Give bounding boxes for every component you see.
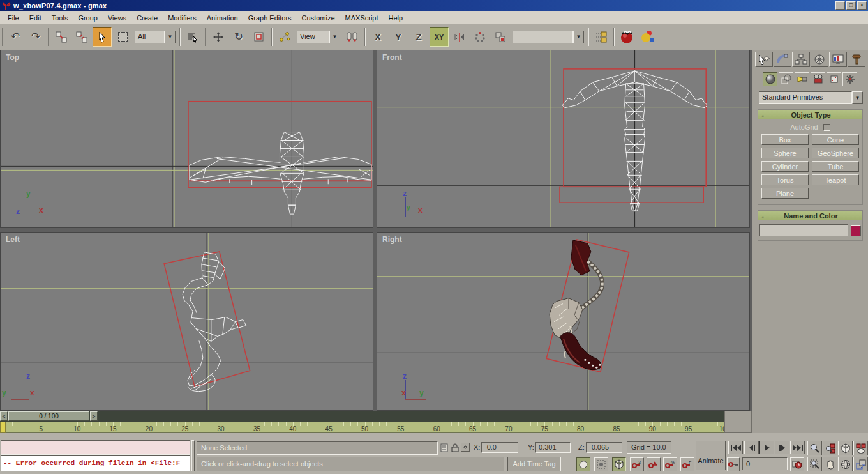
title-bar[interactable]: w_xbowP07.4.gmax - gmax _ □ × [0,0,868,11]
close-button[interactable]: × [857,1,867,10]
select-and-manipulate-button[interactable] [275,27,294,47]
primitive-category-combo[interactable]: Standard Primitives ▼ [759,91,863,104]
menu-edit[interactable]: Edit [24,13,47,23]
selection-lock-toggle[interactable] [451,442,459,453]
category-shapes[interactable] [779,72,793,86]
zoom-button[interactable] [807,441,822,455]
restrict-y-button[interactable]: Y [389,27,408,47]
select-and-scale-button[interactable] [250,27,269,47]
array-button[interactable] [470,27,490,47]
tab-display[interactable] [829,52,847,67]
mirror-button[interactable] [450,27,469,47]
key-mode-steps-button[interactable]: 3 [630,457,644,471]
maxscript-listener-output[interactable]: -- Error occurred during fileIn in <File… [1,455,190,471]
undo-button[interactable]: ↶ [6,27,25,47]
pan-button[interactable] [823,457,837,471]
category-space-warps[interactable] [842,72,857,86]
teapot-button[interactable]: Teapot [812,174,859,185]
select-object-button[interactable] [93,27,112,47]
menu-animation[interactable]: Animation [202,13,243,23]
redo-button[interactable]: ↷ [26,27,45,47]
viewport-right[interactable]: Right [377,232,750,411]
minimize-button[interactable]: _ [835,1,845,10]
crossing-selection-toggle[interactable] [576,457,590,471]
arc-rotate-button[interactable] [838,457,853,471]
material-editor-button[interactable] [617,27,636,47]
menu-customize[interactable]: Customize [297,13,340,23]
track-view-button[interactable] [592,27,611,47]
category-geometry[interactable] [763,72,777,86]
go-to-end-button[interactable] [790,441,805,454]
time-slider-track[interactable]: < 0 / 100 > [0,411,728,422]
chevron-down-icon[interactable]: ▼ [573,31,584,43]
previous-frame-button[interactable] [744,441,759,454]
degradation-override-toggle[interactable] [612,457,626,471]
name-color-header[interactable]: - Name and Color [758,211,862,220]
menu-create[interactable]: Create [131,13,163,23]
absolute-offset-toggle[interactable] [461,443,470,452]
chevron-down-icon[interactable]: ▼ [329,31,340,43]
key-mode-rotation-button[interactable] [647,457,661,471]
add-time-tag[interactable]: Add Time Tag [507,457,561,471]
maximize-button[interactable]: □ [846,1,856,10]
menu-modifiers[interactable]: Modifiers [163,13,202,23]
restrict-z-button[interactable]: Z [409,27,428,47]
reference-coordinate-combo[interactable]: View ▼ [297,31,340,43]
category-helpers[interactable] [827,72,841,86]
window-selection-toggle[interactable] [594,457,608,471]
object-name-input[interactable] [760,224,848,236]
unlink-button[interactable] [72,27,91,47]
menu-maxscript[interactable]: MAXScript [340,13,384,23]
viewport-top[interactable]: Top [0,50,373,228]
play-button[interactable] [760,441,774,454]
viewport-left[interactable]: Left [0,232,373,411]
plane-button[interactable]: Plane [761,188,809,199]
min-max-toggle-button[interactable] [853,457,868,471]
go-to-start-button[interactable] [728,441,743,454]
tube-button[interactable]: Tube [812,161,859,172]
render-button[interactable] [638,27,657,47]
select-and-move-button[interactable] [209,27,228,47]
zoom-extents-button[interactable] [838,441,853,455]
x-coord-field[interactable]: -0.0 [481,442,518,453]
category-cameras[interactable] [811,72,825,86]
next-frame-button[interactable] [775,441,789,454]
current-frame-field[interactable]: 0 [742,457,788,470]
animate-button[interactable]: Animate [696,441,726,470]
key-mode-frame-button[interactable]: F [680,457,694,471]
menu-group[interactable]: Group [73,13,103,23]
viewport-front[interactable]: Front [377,50,750,228]
maxscript-listener-input[interactable] [1,440,190,455]
zoom-extents-all-button[interactable] [853,441,868,455]
restrict-xy-plane-button[interactable]: XY [430,27,449,47]
key-filter-toggle[interactable] [727,457,740,471]
menu-file[interactable]: File [3,13,24,23]
menu-help[interactable]: Help [384,13,408,23]
y-coord-field[interactable]: 0.301 [535,442,571,453]
tab-hierarchy[interactable] [792,52,810,67]
menu-views[interactable]: Views [103,13,131,23]
tab-motion[interactable] [811,52,828,67]
tab-utilities[interactable] [848,52,865,67]
region-zoom-button[interactable] [807,457,822,471]
z-coord-field[interactable]: -0.065 [586,442,622,453]
tab-create[interactable] [755,52,773,67]
select-by-name-button[interactable] [183,27,202,47]
tab-modify[interactable] [774,52,791,67]
restrict-x-button[interactable]: X [368,27,387,47]
object-type-header[interactable]: - Object Type [758,110,862,119]
torus-button[interactable]: Torus [761,174,809,185]
sphere-button[interactable]: Sphere [761,148,809,158]
key-mode-percent-button[interactable]: % [663,457,677,471]
frame-prev-button[interactable]: < [0,411,8,421]
select-and-rotate-button[interactable]: ↻ [229,27,248,47]
object-color-swatch[interactable] [851,225,861,236]
chevron-down-icon[interactable]: ▼ [852,91,863,104]
use-pivot-center-button[interactable] [343,27,362,47]
frame-next-button[interactable]: > [90,411,98,421]
time-configuration-button[interactable] [790,457,804,471]
named-selection-sets-combo[interactable]: ▼ [513,31,584,43]
category-lights[interactable] [795,72,809,86]
box-button[interactable]: Box [761,134,809,145]
track-bar-frame-marker[interactable] [0,422,6,433]
